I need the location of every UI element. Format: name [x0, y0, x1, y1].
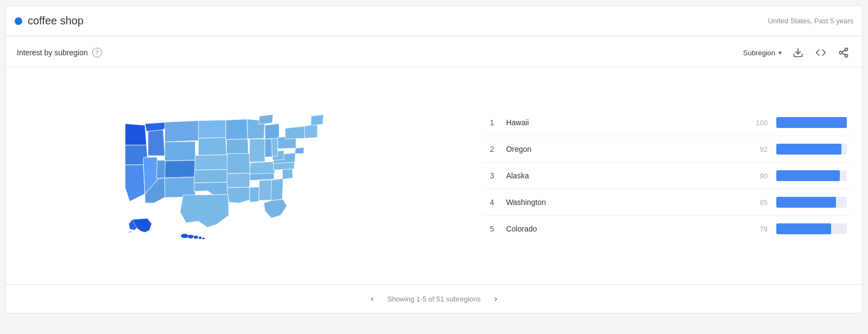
- download-button[interactable]: [790, 45, 806, 60]
- rank-name: Washington: [506, 198, 742, 207]
- section-controls: Subregion ▼: [743, 45, 851, 60]
- rank-number: 1: [487, 118, 497, 127]
- rankings-section: 1 Hawaii 100 2 Oregon 92 3 Alaska 90 4 W…: [477, 67, 862, 284]
- rank-value: 85: [750, 198, 768, 207]
- dropdown-label: Subregion: [743, 49, 775, 57]
- rank-value: 78: [750, 225, 768, 233]
- header-bar: coffee shop United States, Past 5 years: [6, 6, 862, 36]
- prev-page-button[interactable]: ‹: [366, 292, 379, 305]
- svg-point-7: [128, 232, 129, 233]
- rank-bar-fill: [776, 170, 840, 181]
- section-title: Interest by subregion: [17, 48, 88, 57]
- main-card: coffee shop United States, Past 5 years …: [5, 5, 863, 313]
- us-map: [98, 84, 391, 267]
- subregion-dropdown[interactable]: Subregion ▼: [743, 49, 783, 57]
- rank-name: Oregon: [506, 145, 742, 153]
- footer-bar: ‹ Showing 1-5 of 51 subregions ›: [6, 284, 862, 313]
- rank-name: Alaska: [506, 171, 742, 180]
- ranking-row: 4 Washington 85: [482, 189, 851, 216]
- rank-number: 3: [487, 171, 497, 180]
- rank-name: Colorado: [506, 224, 742, 233]
- rank-number: 5: [487, 224, 497, 233]
- section-header: Interest by subregion ? Subregion ▼: [6, 36, 862, 67]
- rank-bar-fill: [776, 144, 841, 155]
- rank-bar-container: [776, 223, 847, 234]
- ranking-row: 5 Colorado 78: [482, 216, 851, 242]
- map-section: [6, 67, 477, 284]
- help-icon[interactable]: ?: [92, 48, 102, 57]
- svg-point-9: [188, 235, 193, 239]
- svg-line-5: [842, 50, 845, 52]
- embed-button[interactable]: [813, 45, 828, 60]
- svg-point-8: [181, 234, 189, 238]
- ranking-row: 3 Alaska 90: [482, 163, 851, 189]
- section-title-group: Interest by subregion ?: [17, 48, 102, 57]
- chevron-down-icon: ▼: [777, 50, 783, 56]
- header-context: United States, Past 5 years: [768, 17, 853, 25]
- rank-value: 100: [750, 119, 768, 127]
- svg-point-10: [194, 236, 198, 239]
- rank-value: 90: [750, 172, 768, 180]
- rank-bar-container: [776, 117, 847, 128]
- svg-line-4: [842, 53, 845, 55]
- rank-bar-fill: [776, 197, 837, 208]
- search-term: coffee shop: [28, 15, 84, 27]
- share-button[interactable]: [836, 45, 851, 60]
- svg-point-6: [130, 232, 131, 233]
- svg-point-11: [199, 237, 202, 240]
- ranking-row: 1 Hawaii 100: [482, 110, 851, 136]
- svg-point-12: [202, 237, 205, 239]
- rank-number: 2: [487, 145, 497, 153]
- rank-value: 92: [750, 145, 768, 153]
- next-page-button[interactable]: ›: [489, 292, 502, 305]
- rank-number: 4: [487, 198, 497, 207]
- rank-bar-container: [776, 170, 847, 181]
- rank-bar-container: [776, 144, 847, 155]
- main-content: 1 Hawaii 100 2 Oregon 92 3 Alaska 90 4 W…: [6, 67, 862, 284]
- rank-bar-fill: [776, 223, 831, 234]
- ranking-row: 2 Oregon 92: [482, 136, 851, 163]
- blue-dot-icon: [15, 17, 22, 25]
- rank-name: Hawaii: [506, 118, 742, 127]
- pagination-text: Showing 1-5 of 51 subregions: [387, 295, 481, 303]
- rank-bar-fill: [776, 117, 847, 128]
- header-left: coffee shop: [15, 15, 84, 27]
- rank-bar-container: [776, 197, 847, 208]
